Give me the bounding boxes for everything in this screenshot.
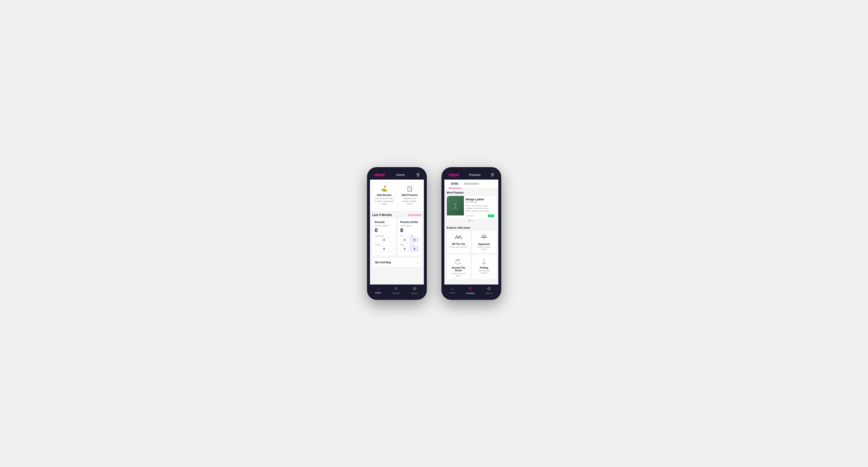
home-nav-label-2: Home (450, 291, 455, 294)
arg-stat: ARG 0 (400, 244, 409, 252)
activities-nav-label: Activities (392, 292, 400, 294)
putt-value: 4 (410, 246, 419, 252)
nav-home-2[interactable]: ⌂ Home (450, 287, 455, 294)
putt-label: PUTT (410, 244, 419, 246)
activities-nav-label-2: Activities (466, 292, 475, 294)
stats-container: Rounds Rounds Capture 0 Tournament 0 Pra… (370, 218, 424, 258)
rounds-big-num: 0 (375, 227, 394, 234)
skill-card-putting[interactable]: Putting Make and lag practice (472, 255, 496, 279)
skill-desc-putting: Make and lag practice (475, 270, 493, 274)
tab-drills[interactable]: Drills (448, 180, 461, 188)
capture-nav-label: Capture (411, 292, 418, 294)
dot-3 (473, 220, 474, 221)
tournament-value: 0 (375, 237, 394, 243)
svg-point-17 (455, 238, 456, 239)
rounds-title: Rounds (375, 221, 394, 223)
drill-description: Play 1 shot at each target yardage. If y… (466, 205, 494, 212)
rounds-capture-label: Rounds Capture (375, 224, 394, 227)
app-badge: APP (488, 215, 494, 217)
app-stat: APP 4 (410, 235, 419, 243)
app-logo-2: clippd (448, 173, 459, 177)
app-label: APP (410, 235, 419, 237)
explore-title: Explore skill areas (447, 226, 496, 229)
add-round-card[interactable]: ⛳ Add Round Record your shots in fast or… (372, 183, 396, 209)
arg-putt-row: ARG 0 PUTT 4 (400, 244, 419, 252)
ott-stat: OTT 0 (400, 235, 409, 243)
home-nav-icon-2: ⌂ (451, 287, 454, 291)
around-the-green-icon (453, 257, 464, 267)
menu-icon-2[interactable]: ☰ (491, 173, 494, 177)
svg-point-18 (461, 238, 462, 239)
favourite-star-icon[interactable]: ☆ (491, 198, 494, 201)
svg-point-38 (484, 263, 485, 264)
page-title: Home (396, 173, 405, 177)
bottom-nav-home: ⌂ Home Activities (370, 284, 424, 297)
practice-stat: Practice 0 (375, 244, 394, 252)
last-3-months-title: Last 3 Months (372, 213, 392, 217)
skill-card-off-the-tee[interactable]: Off The Tee Power and accuracy (447, 231, 470, 253)
add-round-title: Add Round (377, 193, 391, 196)
nav-activities-2[interactable]: Activities (466, 287, 475, 294)
practice-value: 0 (375, 246, 394, 252)
approach-icon (478, 234, 490, 243)
svg-point-19 (484, 238, 485, 239)
shots-icon: ◎ (466, 215, 468, 217)
svg-point-25 (484, 235, 485, 236)
capture-nav-label-2: Capture (485, 292, 493, 294)
drills-big-num: 8 (400, 227, 419, 234)
activities-nav-icon (394, 287, 398, 291)
add-practice-card[interactable]: 📋 Add Practice Capture your practice off… (398, 183, 422, 209)
putt-stat: PUTT 4 (410, 244, 419, 252)
app-value: 4 (410, 237, 419, 243)
activities-nav-icon-2 (468, 287, 472, 291)
view-activity-link[interactable]: View Activity (408, 214, 421, 216)
skill-card-around-the-green[interactable]: Around The Green Hone your short game (447, 255, 470, 279)
skill-desc-ott: Power and accuracy (450, 246, 467, 248)
skill-desc-approach: Dial-in to hit the green (475, 246, 493, 250)
skill-name-atg: Around The Green (449, 267, 468, 272)
ott-value: 0 (400, 237, 409, 243)
svg-line-11 (455, 238, 459, 238)
drills-title: Practice Drills (400, 221, 419, 223)
svg-point-4 (454, 203, 457, 206)
menu-icon[interactable]: ☰ (416, 173, 420, 177)
add-practice-title: Add Practice (401, 193, 418, 196)
tab-favourites[interactable]: Favourites (461, 180, 482, 188)
arg-label: ARG (400, 244, 409, 246)
tournament-stat: Tournament 0 (375, 235, 394, 243)
drill-header: Wedge Ladder 50–100 yds ☆ (466, 198, 494, 204)
dot-1 (468, 220, 470, 221)
nav-activities[interactable]: Activities (392, 287, 400, 294)
skill-card-approach[interactable]: Approach Dial-in to hit the green (472, 231, 496, 253)
practice-content: Most Popular Wedge Ladder 5 (444, 189, 498, 284)
carousel-dots (447, 219, 496, 223)
home-content: ⛳ Add Round Record your shots in fast or… (370, 180, 424, 284)
home-nav-icon: ⌂ (377, 287, 379, 291)
nav-capture-2[interactable]: Capture (485, 287, 493, 294)
svg-point-26 (485, 235, 486, 236)
svg-point-47 (469, 287, 471, 289)
svg-point-0 (395, 287, 397, 289)
putting-icon (478, 257, 490, 267)
dot-2 (471, 220, 472, 221)
add-round-desc: Record your shots in fast or enhanced mo… (375, 197, 394, 206)
svg-point-29 (481, 237, 482, 238)
golf-bag-row[interactable]: My Golf Bag › (372, 258, 422, 267)
drill-shots: ◎ 9 shots (466, 215, 474, 217)
add-round-icon: ⛳ (381, 186, 387, 192)
phone-2: clippd Practice ☰ Drills Favourites Most… (441, 167, 501, 300)
nav-capture[interactable]: Capture (411, 287, 418, 294)
arg-value: 0 (400, 246, 409, 252)
drill-footer: ◎ 9 shots APP (466, 213, 494, 217)
skill-desc-atg: Hone your short game (449, 272, 468, 277)
nav-home[interactable]: ⌂ Home (375, 287, 381, 294)
svg-point-16 (461, 237, 461, 238)
ott-app-row: OTT 0 APP 4 (400, 235, 419, 243)
skill-grid: Off The Tee Power and accuracy (447, 231, 496, 279)
app-header-practice: clippd Practice ☰ (444, 170, 498, 180)
drill-card-wedge-ladder[interactable]: Wedge Ladder 50–100 yds ☆ Play 1 shot at… (447, 196, 496, 219)
skill-name-putting: Putting (480, 267, 488, 269)
tabs-bar: Drills Favourites (444, 180, 498, 189)
svg-point-37 (460, 263, 461, 264)
practice-sub-row: Practice 0 (375, 244, 394, 252)
